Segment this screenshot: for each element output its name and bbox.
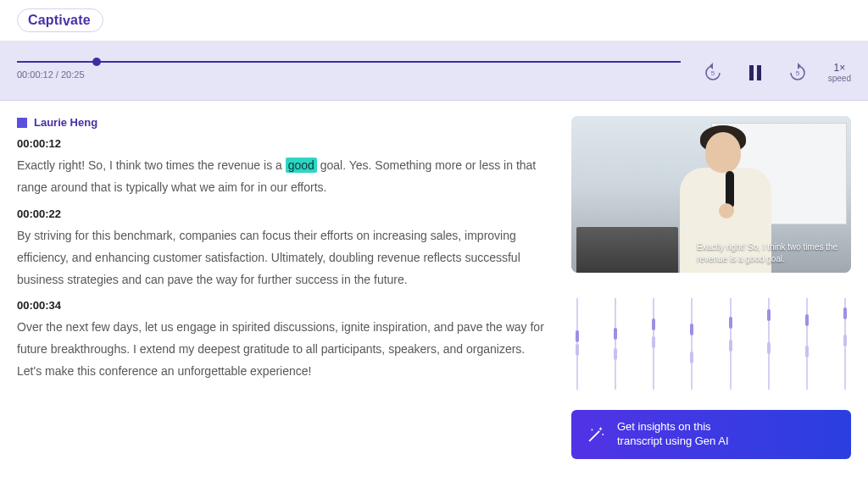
rewind-button[interactable]: 5	[701, 61, 725, 85]
segment-timestamp[interactable]: 00:00:22	[17, 208, 551, 220]
main-content: Laurie Heng 00:00:12 Exactly right! So, …	[0, 101, 868, 469]
player-controls: 5 5 1× speed	[701, 61, 851, 85]
speaker-name: Laurie Heng	[34, 116, 97, 129]
speed-button[interactable]: 1× speed	[828, 62, 851, 84]
eq-slider-handle[interactable]	[767, 309, 771, 321]
svg-point-3	[602, 434, 604, 435]
eq-slider-handle[interactable]	[690, 351, 693, 363]
magic-wand-icon	[587, 425, 605, 444]
svg-point-2	[592, 429, 593, 430]
gen-ai-insights-button[interactable]: Get insights on this transcript using Ge…	[571, 410, 851, 459]
eq-slider-handle[interactable]	[843, 307, 847, 319]
eq-slider[interactable]	[768, 298, 770, 390]
eq-slider-handle[interactable]	[843, 335, 847, 346]
video-caption: Exactly right! So, I think two times the…	[697, 241, 841, 264]
eq-slider-handle[interactable]	[805, 314, 809, 326]
progress-track[interactable]	[17, 61, 681, 63]
eq-slider-handle[interactable]	[652, 318, 655, 330]
speaker-row: Laurie Heng	[17, 116, 551, 129]
eq-slider-handle[interactable]	[576, 330, 579, 342]
equalizer	[571, 298, 851, 390]
transcript-panel: Laurie Heng 00:00:12 Exactly right! So, …	[17, 116, 551, 469]
player-bar: 00:00:12 / 20:25 5 5 1× speed	[0, 41, 868, 101]
speaker-color-swatch	[17, 118, 27, 128]
eq-slider[interactable]	[844, 298, 846, 390]
speed-value: 1×	[828, 62, 851, 74]
segment-timestamp[interactable]: 00:00:34	[17, 299, 551, 312]
speed-label: speed	[828, 74, 851, 84]
time-display: 00:00:12 / 20:25	[17, 69, 681, 80]
eq-slider[interactable]	[653, 298, 654, 390]
right-column: Exactly right! So, I think two times the…	[571, 116, 851, 469]
eq-slider[interactable]	[691, 298, 693, 390]
eq-slider-handle[interactable]	[614, 328, 617, 340]
forward-icon: 5	[786, 61, 810, 85]
segment-timestamp[interactable]: 00:00:12	[17, 137, 551, 150]
rewind-icon: 5	[701, 61, 725, 85]
header: Captivate	[0, 0, 868, 41]
cta-line2: transcript using Gen AI	[617, 434, 729, 449]
svg-text:5: 5	[796, 69, 800, 77]
progress-area: 00:00:12 / 20:25	[17, 61, 681, 80]
app-logo: Captivate	[17, 8, 103, 32]
eq-slider[interactable]	[806, 298, 808, 390]
eq-slider-handle[interactable]	[576, 344, 579, 356]
eq-slider[interactable]	[730, 298, 732, 390]
segment-text[interactable]: Exactly right! So, I think two times the…	[17, 155, 551, 199]
progress-handle[interactable]	[92, 58, 101, 66]
segment-text[interactable]: By striving for this benchmark, companie…	[17, 225, 551, 291]
eq-slider-handle[interactable]	[652, 336, 655, 348]
svg-text:5: 5	[711, 69, 715, 77]
segment-text[interactable]: Over the next few days, let us engage in…	[17, 317, 551, 383]
eq-slider[interactable]	[576, 298, 578, 390]
video-preview[interactable]: Exactly right! So, I think two times the…	[571, 116, 851, 273]
cta-line1: Get insights on this	[617, 420, 729, 434]
play-pause-button[interactable]	[743, 61, 767, 85]
eq-slider-handle[interactable]	[805, 346, 809, 357]
forward-button[interactable]: 5	[786, 61, 810, 85]
pause-icon	[749, 65, 761, 80]
eq-slider-handle[interactable]	[729, 340, 732, 351]
eq-slider-handle[interactable]	[614, 348, 617, 360]
eq-slider-handle[interactable]	[729, 317, 732, 329]
eq-slider-handle[interactable]	[767, 342, 771, 354]
eq-slider[interactable]	[615, 298, 616, 390]
highlighted-word[interactable]: good	[286, 158, 317, 173]
eq-slider-handle[interactable]	[690, 324, 693, 335]
